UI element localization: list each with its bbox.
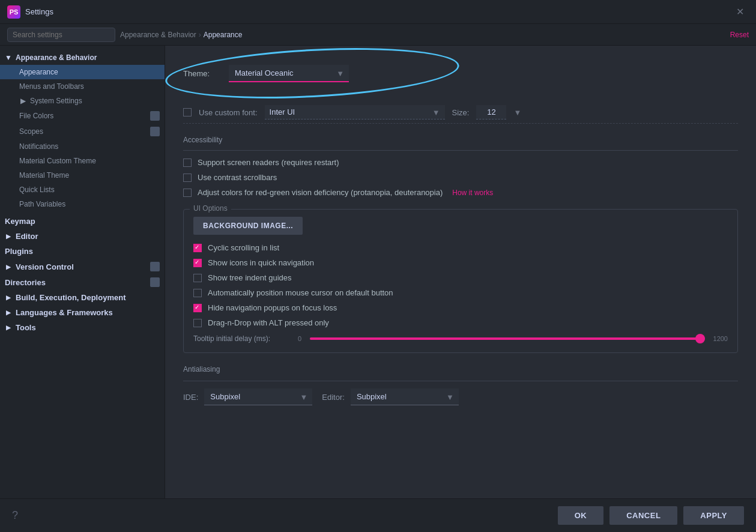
font-size-input[interactable] <box>476 105 506 119</box>
main-area: ▼ Appearance & Behavior Appearance Menus… <box>0 46 756 498</box>
editor-antialias-item: Editor: Subpixel Greyscale None ▼ <box>322 388 459 405</box>
settings-dialog: PS Settings ✕ Appearance & Behavior › Ap… <box>0 0 756 532</box>
ide-antialias-item: IDE: Subpixel Greyscale None ▼ <box>183 388 312 405</box>
hide-nav-popups-checkbox[interactable] <box>193 304 202 312</box>
breadcrumb: Appearance & Behavior › Appearance <box>120 31 725 39</box>
theme-select-wrapper: Material Oceanic Material Darker Materia… <box>229 65 349 82</box>
font-row: Use custom font: Inter UI ▼ Size: ▼ <box>183 101 738 124</box>
sidebar-item-system-settings[interactable]: ▶ System Settings <box>0 94 165 108</box>
how-it-works-link[interactable]: How it works <box>452 189 493 197</box>
checkbox-row-cyclic-scrolling: Cyclic scrolling in list <box>193 243 728 252</box>
sidebar-item-appearance-behavior[interactable]: ▼ Appearance & Behavior <box>0 50 165 65</box>
apply-button[interactable]: APPLY <box>683 506 744 525</box>
checkbox-row-show-tree-indent: Show tree indent guides <box>193 273 728 282</box>
cyclic-scrolling-label: Cyclic scrolling in list <box>208 243 279 252</box>
breadcrumb-separator: › <box>199 31 201 39</box>
tooltip-delay-slider[interactable] <box>310 337 704 340</box>
size-label: Size: <box>452 108 470 117</box>
sidebar-item-menus-toolbars[interactable]: Menus and Toolbars <box>0 79 165 94</box>
adjust-colors-label: Adjust colors for red-green vision defic… <box>198 188 443 197</box>
slider-label: Tooltip initial delay (ms): <box>193 334 289 343</box>
contrast-scrollbars-checkbox[interactable] <box>183 174 192 182</box>
toolbar: Appearance & Behavior › Appearance Reset <box>0 24 756 46</box>
slider-max-label: 1200 <box>713 335 728 342</box>
ui-options-group-label: UI Options <box>190 204 231 213</box>
close-button[interactable]: ✕ <box>731 4 749 20</box>
sidebar-item-material-custom-theme[interactable]: Material Custom Theme <box>0 154 165 168</box>
drag-drop-checkbox[interactable] <box>193 319 202 327</box>
checkbox-row-adjust-colors: Adjust colors for red-green vision defic… <box>183 188 738 197</box>
sidebar-item-plugins[interactable]: Plugins <box>0 244 165 259</box>
chevron-right-icon: ▶ <box>5 324 12 331</box>
ide-antialias-select-wrap: Subpixel Greyscale None ▼ <box>204 388 312 405</box>
ui-options-group: UI Options BACKGROUND IMAGE... Cyclic sc… <box>183 209 738 353</box>
reset-button[interactable]: Reset <box>730 31 749 39</box>
sidebar-item-editor[interactable]: ▶ Editor <box>0 229 165 244</box>
contrast-scrollbars-label: Use contrast scrollbars <box>198 173 277 182</box>
cyclic-scrolling-checkbox[interactable] <box>193 244 202 252</box>
ide-antialias-select[interactable]: Subpixel Greyscale None <box>204 388 312 405</box>
show-tree-indent-label: Show tree indent guides <box>208 273 291 282</box>
screen-readers-checkbox[interactable] <box>183 159 192 167</box>
dialog-title: Settings <box>25 7 731 16</box>
antialiasing-divider <box>183 381 738 381</box>
person-icon <box>150 262 160 271</box>
slider-row: Tooltip initial delay (ms): 0 1200 <box>193 334 728 343</box>
checkbox-row-auto-position: Automatically position mouse cursor on d… <box>193 288 728 297</box>
theme-select[interactable]: Material Oceanic Material Darker Materia… <box>229 65 349 82</box>
checkbox-row-drag-drop: Drag-n-Drop with ALT pressed only <box>193 318 728 327</box>
slider-thumb[interactable] <box>695 334 705 343</box>
chevron-down-icon: ▼ <box>5 54 12 61</box>
auto-position-checkbox[interactable] <box>193 289 202 297</box>
theme-section: Theme: Material Oceanic Material Darker … <box>183 58 738 89</box>
person-icon <box>150 127 160 136</box>
sidebar-item-appearance[interactable]: Appearance <box>0 65 165 79</box>
chevron-right-icon: ▶ <box>5 309 12 316</box>
show-icons-nav-checkbox[interactable] <box>193 259 202 267</box>
sidebar-item-directories[interactable]: Directories <box>0 274 165 290</box>
size-dropdown-arrow[interactable]: ▼ <box>513 108 521 117</box>
adjust-colors-checkbox[interactable] <box>183 189 192 197</box>
sidebar-item-tools[interactable]: ▶ Tools <box>0 320 165 335</box>
background-image-button[interactable]: BACKGROUND IMAGE... <box>193 217 303 235</box>
sidebar-item-keymap[interactable]: Keymap <box>0 214 165 229</box>
drag-drop-label: Drag-n-Drop with ALT pressed only <box>208 318 329 327</box>
auto-position-label: Automatically position mouse cursor on d… <box>208 288 393 297</box>
sidebar-item-languages-frameworks[interactable]: ▶ Languages & Frameworks <box>0 305 165 320</box>
antialiasing-section: Antialiasing IDE: Subpixel Greyscale Non… <box>183 365 738 405</box>
ok-button[interactable]: OK <box>558 506 604 525</box>
theme-label: Theme: <box>183 69 219 78</box>
antialiasing-title: Antialiasing <box>183 365 738 373</box>
help-icon[interactable]: ? <box>12 509 18 522</box>
sidebar-item-version-control[interactable]: ▶ Version Control <box>0 259 165 274</box>
bottom-bar: ? OK CANCEL APPLY <box>0 498 756 532</box>
chevron-right-icon: ▶ <box>5 294 12 301</box>
breadcrumb-part1: Appearance & Behavior <box>120 31 196 39</box>
person-icon <box>150 111 160 121</box>
sidebar-item-file-colors[interactable]: File Colors <box>0 108 165 124</box>
app-icon: PS <box>7 5 20 19</box>
checkbox-row-show-icons-nav: Show icons in quick navigation <box>193 258 728 267</box>
slider-min-label: 0 <box>298 335 301 342</box>
sidebar-item-quick-lists[interactable]: Quick Lists <box>0 183 165 197</box>
sidebar-item-material-theme[interactable]: Material Theme <box>0 168 165 183</box>
ide-antialias-label: IDE: <box>183 393 198 402</box>
accessibility-divider <box>183 150 738 151</box>
sidebar-item-path-variables[interactable]: Path Variables <box>0 197 165 211</box>
editor-antialias-select[interactable]: Subpixel Greyscale None <box>351 388 459 405</box>
chevron-right-icon: ▶ <box>19 97 26 104</box>
cancel-button[interactable]: CANCEL <box>609 506 677 525</box>
theme-row: Theme: Material Oceanic Material Darker … <box>183 58 738 89</box>
show-icons-nav-label: Show icons in quick navigation <box>208 258 314 267</box>
search-input[interactable] <box>7 28 115 42</box>
checkbox-row-hide-nav-popups: Hide navigation popups on focus loss <box>193 303 728 312</box>
custom-font-checkbox[interactable] <box>183 108 192 116</box>
show-tree-indent-checkbox[interactable] <box>193 274 202 282</box>
slider-fill <box>310 337 704 340</box>
title-bar: PS Settings ✕ <box>0 0 756 24</box>
antialiasing-row: IDE: Subpixel Greyscale None ▼ <box>183 388 738 405</box>
font-select[interactable]: Inter UI <box>265 105 445 119</box>
sidebar-item-scopes[interactable]: Scopes <box>0 124 165 139</box>
sidebar-item-notifications[interactable]: Notifications <box>0 139 165 154</box>
sidebar-item-build-execution[interactable]: ▶ Build, Execution, Deployment <box>0 290 165 305</box>
